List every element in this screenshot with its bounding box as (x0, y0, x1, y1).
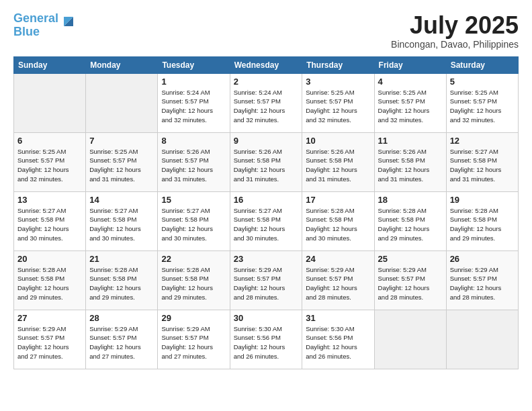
day-number: 13 (17, 195, 82, 205)
calendar-cell: 16Sunrise: 5:27 AMSunset: 5:58 PMDayligh… (230, 191, 302, 250)
col-wednesday: Wednesday (230, 56, 302, 73)
calendar-cell: 13Sunrise: 5:27 AMSunset: 5:58 PMDayligh… (14, 191, 86, 250)
calendar-cell: 25Sunrise: 5:29 AMSunset: 5:57 PMDayligh… (374, 250, 446, 310)
calendar-cell: 20Sunrise: 5:28 AMSunset: 5:58 PMDayligh… (14, 250, 86, 310)
title-block: July 2025 Bincongan, Davao, Philippines (391, 12, 519, 50)
day-number: 10 (306, 136, 370, 146)
day-info: Sunrise: 5:28 AMSunset: 5:58 PMDaylight:… (378, 206, 443, 243)
day-number: 25 (378, 254, 443, 264)
calendar-cell: 10Sunrise: 5:26 AMSunset: 5:58 PMDayligh… (302, 132, 374, 191)
day-info: Sunrise: 5:27 AMSunset: 5:58 PMDaylight:… (234, 206, 299, 243)
day-info: Sunrise: 5:27 AMSunset: 5:58 PMDaylight:… (17, 206, 82, 243)
day-info: Sunrise: 5:30 AMSunset: 5:56 PMDaylight:… (306, 324, 370, 361)
day-number: 29 (161, 313, 226, 323)
calendar-cell: 12Sunrise: 5:27 AMSunset: 5:58 PMDayligh… (446, 132, 518, 191)
day-info: Sunrise: 5:29 AMSunset: 5:57 PMDaylight:… (378, 265, 443, 302)
day-number: 19 (450, 195, 515, 205)
col-monday: Monday (86, 56, 158, 73)
calendar-cell (14, 73, 86, 132)
day-info: Sunrise: 5:26 AMSunset: 5:58 PMDaylight:… (234, 147, 299, 184)
day-number: 3 (306, 77, 370, 87)
day-info: Sunrise: 5:24 AMSunset: 5:57 PMDaylight:… (234, 88, 299, 125)
day-info: Sunrise: 5:29 AMSunset: 5:57 PMDaylight:… (306, 265, 370, 302)
calendar-cell: 17Sunrise: 5:28 AMSunset: 5:58 PMDayligh… (302, 191, 374, 250)
day-number: 1 (161, 77, 226, 87)
calendar-cell: 30Sunrise: 5:30 AMSunset: 5:56 PMDayligh… (230, 310, 302, 369)
day-number: 31 (306, 313, 370, 323)
day-info: Sunrise: 5:29 AMSunset: 5:57 PMDaylight:… (450, 265, 515, 302)
calendar-cell: 7Sunrise: 5:25 AMSunset: 5:57 PMDaylight… (86, 132, 158, 191)
day-number: 28 (89, 313, 154, 323)
day-number: 5 (450, 77, 515, 87)
calendar-cell: 28Sunrise: 5:29 AMSunset: 5:57 PMDayligh… (86, 310, 158, 369)
col-thursday: Thursday (302, 56, 374, 73)
calendar-cell: 6Sunrise: 5:25 AMSunset: 5:57 PMDaylight… (14, 132, 86, 191)
calendar-cell: 14Sunrise: 5:27 AMSunset: 5:58 PMDayligh… (86, 191, 158, 250)
day-number: 14 (89, 195, 154, 205)
day-number: 6 (17, 136, 82, 146)
day-info: Sunrise: 5:26 AMSunset: 5:57 PMDaylight:… (161, 147, 226, 184)
calendar-cell: 19Sunrise: 5:28 AMSunset: 5:58 PMDayligh… (446, 191, 518, 250)
day-number: 16 (234, 195, 299, 205)
calendar-cell: 15Sunrise: 5:27 AMSunset: 5:58 PMDayligh… (158, 191, 230, 250)
calendar-cell: 24Sunrise: 5:29 AMSunset: 5:57 PMDayligh… (302, 250, 374, 310)
day-info: Sunrise: 5:28 AMSunset: 5:58 PMDaylight:… (89, 265, 154, 302)
calendar-cell: 11Sunrise: 5:26 AMSunset: 5:58 PMDayligh… (374, 132, 446, 191)
day-info: Sunrise: 5:29 AMSunset: 5:57 PMDaylight:… (161, 324, 226, 361)
calendar-cell (86, 73, 158, 132)
day-info: Sunrise: 5:28 AMSunset: 5:58 PMDaylight:… (306, 206, 370, 243)
col-saturday: Saturday (446, 56, 518, 73)
day-info: Sunrise: 5:25 AMSunset: 5:57 PMDaylight:… (378, 88, 443, 125)
day-info: Sunrise: 5:28 AMSunset: 5:58 PMDaylight:… (17, 265, 82, 302)
day-number: 20 (17, 254, 82, 264)
calendar-cell: 23Sunrise: 5:29 AMSunset: 5:57 PMDayligh… (230, 250, 302, 310)
day-info: Sunrise: 5:26 AMSunset: 5:58 PMDaylight:… (306, 147, 370, 184)
calendar-cell: 31Sunrise: 5:30 AMSunset: 5:56 PMDayligh… (302, 310, 374, 369)
calendar-table: Sunday Monday Tuesday Wednesday Thursday… (13, 56, 519, 369)
col-sunday: Sunday (14, 56, 86, 73)
week-row-2: 6Sunrise: 5:25 AMSunset: 5:57 PMDaylight… (14, 132, 519, 191)
day-info: Sunrise: 5:29 AMSunset: 5:57 PMDaylight:… (17, 324, 82, 361)
day-number: 4 (378, 77, 443, 87)
day-number: 27 (17, 313, 82, 323)
day-number: 12 (450, 136, 515, 146)
month-title: July 2025 (391, 12, 519, 39)
day-number: 23 (234, 254, 299, 264)
day-info: Sunrise: 5:27 AMSunset: 5:58 PMDaylight:… (450, 147, 515, 184)
day-number: 26 (450, 254, 515, 264)
day-info: Sunrise: 5:29 AMSunset: 5:57 PMDaylight:… (234, 265, 299, 302)
day-number: 21 (89, 254, 154, 264)
calendar-cell: 9Sunrise: 5:26 AMSunset: 5:58 PMDaylight… (230, 132, 302, 191)
day-number: 7 (89, 136, 154, 146)
day-number: 8 (161, 136, 226, 146)
day-info: Sunrise: 5:25 AMSunset: 5:57 PMDaylight:… (89, 147, 154, 184)
calendar-cell (374, 310, 446, 369)
day-info: Sunrise: 5:24 AMSunset: 5:57 PMDaylight:… (161, 88, 226, 125)
calendar-cell: 2Sunrise: 5:24 AMSunset: 5:57 PMDaylight… (230, 73, 302, 132)
calendar-cell: 22Sunrise: 5:28 AMSunset: 5:58 PMDayligh… (158, 250, 230, 310)
calendar-cell: 5Sunrise: 5:25 AMSunset: 5:57 PMDaylight… (446, 73, 518, 132)
day-number: 18 (378, 195, 443, 205)
day-number: 15 (161, 195, 226, 205)
header: GeneralBlue July 2025 Bincongan, Davao, … (13, 12, 519, 50)
day-info: Sunrise: 5:28 AMSunset: 5:58 PMDaylight:… (450, 206, 515, 243)
calendar-cell: 29Sunrise: 5:29 AMSunset: 5:57 PMDayligh… (158, 310, 230, 369)
week-row-4: 20Sunrise: 5:28 AMSunset: 5:58 PMDayligh… (14, 250, 519, 310)
week-row-5: 27Sunrise: 5:29 AMSunset: 5:57 PMDayligh… (14, 310, 519, 369)
day-info: Sunrise: 5:27 AMSunset: 5:58 PMDaylight:… (161, 206, 226, 243)
col-friday: Friday (374, 56, 446, 73)
day-number: 11 (378, 136, 443, 146)
logo-arrow-icon (61, 14, 76, 29)
calendar-cell: 26Sunrise: 5:29 AMSunset: 5:57 PMDayligh… (446, 250, 518, 310)
day-info: Sunrise: 5:25 AMSunset: 5:57 PMDaylight:… (450, 88, 515, 125)
day-number: 9 (234, 136, 299, 146)
week-row-3: 13Sunrise: 5:27 AMSunset: 5:58 PMDayligh… (14, 191, 519, 250)
day-info: Sunrise: 5:25 AMSunset: 5:57 PMDaylight:… (306, 88, 370, 125)
day-info: Sunrise: 5:28 AMSunset: 5:58 PMDaylight:… (161, 265, 226, 302)
location: Bincongan, Davao, Philippines (391, 39, 519, 50)
day-info: Sunrise: 5:30 AMSunset: 5:56 PMDaylight:… (234, 324, 299, 361)
calendar-header-row: Sunday Monday Tuesday Wednesday Thursday… (14, 56, 519, 73)
day-info: Sunrise: 5:25 AMSunset: 5:57 PMDaylight:… (17, 147, 82, 184)
calendar-cell (446, 310, 518, 369)
day-info: Sunrise: 5:26 AMSunset: 5:58 PMDaylight:… (378, 147, 443, 184)
